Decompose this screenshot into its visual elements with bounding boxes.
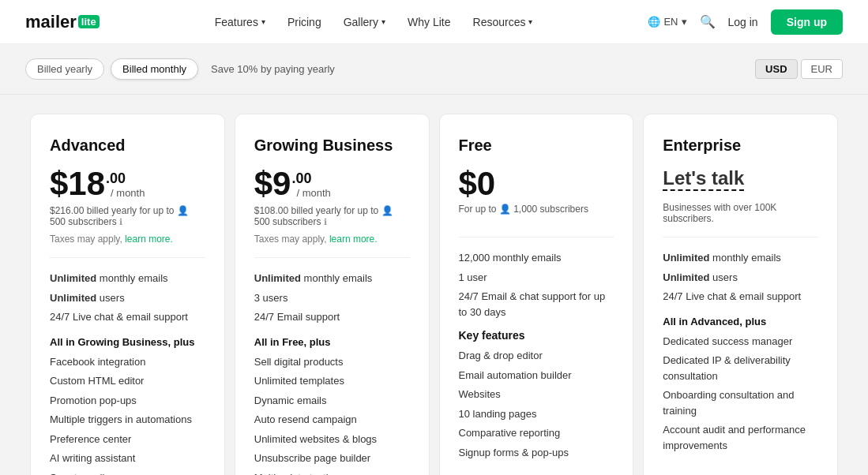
advanced-feature-emails: Unlimited monthly emails — [50, 271, 205, 286]
growing-section-label: All in Free, plus — [254, 336, 410, 348]
growing-feature-multivariate: Multivariate testing — [254, 470, 410, 476]
language-button[interactable]: 🌐 EN ▾ — [648, 16, 686, 28]
logo[interactable]: mailerlite — [25, 12, 100, 32]
plan-advanced: Advanced $18 .00 / month $216.00 billed … — [30, 114, 225, 475]
enterprise-feature-audit: Account audit and performance improvemen… — [663, 422, 818, 453]
free-feature-automation: Email automation builder — [459, 368, 614, 383]
enterprise-talk: Let's talk — [663, 167, 744, 191]
features-chevron-icon: ▾ — [261, 17, 265, 26]
growing-price-row: $9 .00 / month — [254, 167, 410, 202]
billed-yearly-button[interactable]: Billed yearly — [25, 58, 104, 80]
free-price-main: $0 — [459, 167, 496, 200]
plan-growing: Growing Business $9 .00 / month $108.00 … — [235, 114, 430, 475]
growing-feature-websites: Unlimited websites & blogs — [254, 432, 410, 447]
advanced-feature-triggers: Multiple triggers in automations — [50, 412, 205, 428]
plan-enterprise: Enterprise Let's talk Businesses with ov… — [643, 114, 838, 475]
advanced-feature-ai: AI writing assistant — [50, 451, 205, 466]
advanced-tax-note: Taxes may apply, learn more. — [50, 234, 205, 245]
growing-feature-dynamic: Dynamic emails — [254, 393, 410, 409]
enterprise-feature-emails: Unlimited monthly emails — [663, 250, 818, 266]
growing-tax-note: Taxes may apply, learn more. — [254, 234, 410, 245]
plan-free: Free $0 For up to 👤 1,000 subscribers 12… — [439, 114, 634, 475]
enterprise-desc: Businesses with over 100K subscribers. — [663, 202, 818, 224]
growing-feature-templates: Unlimited templates — [254, 373, 410, 389]
advanced-tax-link[interactable]: learn more. — [125, 234, 173, 245]
advanced-feature-preference: Preference center — [50, 432, 205, 447]
enterprise-bold: 100K — [754, 202, 776, 213]
advanced-feature-smart: Smart sending — [50, 470, 205, 476]
advanced-price-main: $18 — [50, 167, 105, 200]
billed-monthly-button[interactable]: Billed monthly — [111, 58, 198, 80]
nav-features[interactable]: Features ▾ — [215, 16, 265, 28]
free-feature-support: 24/7 Email & chat support for up to 30 d… — [459, 289, 614, 320]
growing-plan-name: Growing Business — [254, 137, 410, 155]
advanced-price-yearly: $216.00 billed yearly for up to 👤 500 su… — [50, 205, 205, 227]
enterprise-feature-users: Unlimited users — [663, 270, 818, 286]
nav-pricing[interactable]: Pricing — [287, 16, 321, 28]
advanced-feature-html: Custom HTML editor — [50, 373, 205, 389]
navbar: mailerlite Features ▾ Pricing Gallery ▾ … — [0, 0, 868, 44]
enterprise-feature-manager: Dedicated success manager — [663, 334, 818, 350]
growing-feature-users: 3 users — [254, 290, 410, 306]
enterprise-plan-name: Enterprise — [663, 137, 818, 155]
nav-whylite[interactable]: Why Lite — [408, 16, 450, 28]
free-feature-drag: Drag & drop editor — [459, 348, 614, 364]
enterprise-feature-onboarding: Onboarding consultation and training — [663, 387, 818, 418]
signup-button[interactable]: Sign up — [771, 9, 843, 35]
lang-chevron-icon: ▾ — [682, 16, 687, 28]
nav-right: 🌐 EN ▾ 🔍 Log in Sign up — [648, 9, 843, 35]
advanced-section-label: All in Growing Business, plus — [50, 336, 205, 348]
gallery-chevron-icon: ▾ — [381, 17, 385, 26]
lang-label: EN — [663, 16, 678, 28]
growing-feature-resend: Auto resend campaign — [254, 412, 410, 428]
plans-container: Advanced $18 .00 / month $216.00 billed … — [0, 95, 868, 475]
growing-feature-unsub: Unsubscribe page builder — [254, 451, 410, 466]
advanced-feature-users: Unlimited users — [50, 290, 205, 306]
globe-icon: 🌐 — [648, 16, 660, 28]
nav-links: Features ▾ Pricing Gallery ▾ Why Lite Re… — [215, 16, 533, 28]
free-section-label: Key features — [459, 329, 614, 342]
growing-feature-digital: Sell digital products — [254, 354, 410, 370]
resources-chevron-icon: ▾ — [528, 17, 532, 26]
nav-gallery[interactable]: Gallery ▾ — [344, 16, 385, 28]
advanced-price-cents: .00 — [106, 170, 145, 187]
advanced-feature-support: 24/7 Live chat & email support — [50, 309, 205, 325]
currency-toggle: USD EUR — [755, 59, 843, 79]
free-feature-websites: Websites — [459, 387, 614, 402]
save-text: Save 10% by paying yearly — [211, 63, 335, 75]
free-feature-emails: 12,000 monthly emails — [459, 250, 614, 266]
advanced-price-row: $18 .00 / month — [50, 167, 205, 202]
free-subscribers-text: For up to 👤 1,000 subscribers — [459, 204, 614, 215]
login-button[interactable]: Log in — [728, 16, 758, 28]
billing-section: Billed yearly Billed monthly Save 10% by… — [0, 44, 868, 95]
growing-price-cents: .00 — [291, 170, 330, 187]
free-feature-users: 1 user — [459, 270, 614, 286]
enterprise-section-label: All in Advanced, plus — [663, 316, 818, 327]
search-icon[interactable]: 🔍 — [700, 14, 716, 29]
growing-tax-link[interactable]: learn more. — [329, 234, 378, 245]
advanced-info-icon: ℹ — [119, 217, 122, 226]
advanced-feature-popup: Promotion pop-ups — [50, 393, 205, 409]
free-feature-landing: 10 landing pages — [459, 406, 614, 422]
advanced-feature-facebook: Facebook integration — [50, 354, 205, 370]
advanced-plan-name: Advanced — [50, 137, 205, 155]
free-feature-reporting: Comparative reporting — [459, 425, 614, 441]
logo-text: mailer — [25, 12, 77, 32]
free-feature-signup: Signup forms & pop-ups — [459, 445, 614, 461]
eur-button[interactable]: EUR — [801, 59, 843, 79]
nav-resources[interactable]: Resources ▾ — [473, 16, 533, 28]
growing-info-icon: ℹ — [324, 217, 327, 226]
advanced-price-period: / month — [111, 187, 145, 199]
growing-price-period: / month — [296, 187, 330, 199]
usd-button[interactable]: USD — [755, 59, 797, 79]
enterprise-feature-ip: Dedicated IP & deliverability consultati… — [663, 353, 818, 383]
free-price-row: $0 — [459, 167, 614, 200]
enterprise-feature-support: 24/7 Live chat & email support — [663, 289, 818, 305]
billing-toggle: Billed yearly Billed monthly Save 10% by… — [25, 58, 335, 80]
free-plan-name: Free — [459, 137, 614, 155]
growing-feature-support: 24/7 Email support — [254, 309, 410, 325]
logo-lite: lite — [78, 15, 100, 28]
growing-price-main: $9 — [254, 167, 291, 200]
growing-feature-emails: Unlimited monthly emails — [254, 271, 410, 286]
growing-price-yearly: $108.00 billed yearly for up to 👤 500 su… — [254, 205, 410, 227]
